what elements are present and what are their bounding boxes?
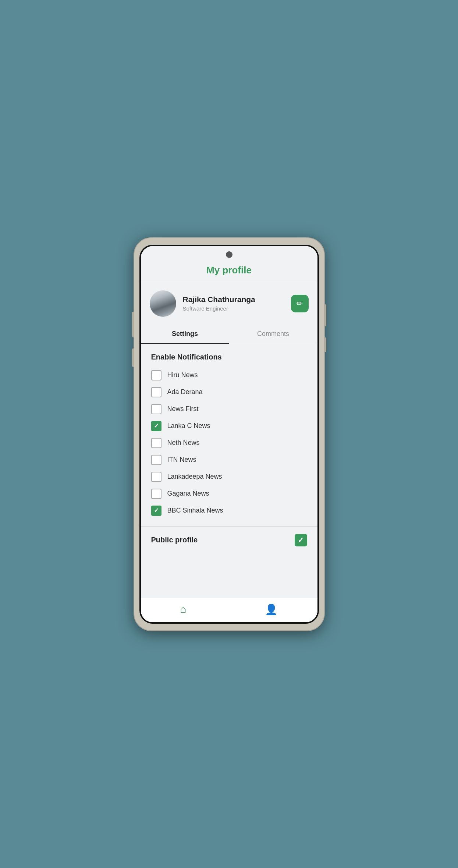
checkbox-list: Hiru NewsAda DeranaNews First✓Lanka C Ne… bbox=[151, 367, 307, 523]
nav-home[interactable]: ⌂ bbox=[180, 603, 187, 615]
checkbox-box-neth bbox=[151, 438, 161, 448]
screen-inner: My profile Rajika Chathuranga Software E… bbox=[141, 246, 317, 622]
edit-icon: ✏ bbox=[297, 299, 303, 308]
avatar bbox=[150, 290, 176, 317]
camera-dot bbox=[226, 251, 232, 258]
checkbox-item-lanka_c[interactable]: ✓Lanka C News bbox=[151, 418, 307, 434]
profile-name: Rajika Chathuranga bbox=[183, 295, 284, 304]
nav-profile[interactable]: 👤 bbox=[265, 603, 278, 616]
checkbox-box-bbc: ✓ bbox=[151, 506, 161, 516]
bottom-nav: ⌂ 👤 bbox=[141, 598, 317, 622]
settings-section: Enable Notifications Hiru NewsAda Derana… bbox=[141, 344, 317, 526]
checkbox-label-lankadeepa: Lankadeepa News bbox=[167, 473, 222, 481]
edit-button[interactable]: ✏ bbox=[291, 295, 309, 312]
checkbox-item-news_first[interactable]: News First bbox=[151, 401, 307, 417]
checkbox-check-bbc: ✓ bbox=[154, 507, 159, 514]
device-frame: My profile Rajika Chathuranga Software E… bbox=[134, 237, 325, 631]
checkbox-label-news_first: News First bbox=[167, 405, 199, 413]
checkbox-item-bbc[interactable]: ✓BBC Sinhala News bbox=[151, 503, 307, 519]
content-spacer bbox=[141, 554, 317, 598]
device-screen: My profile Rajika Chathuranga Software E… bbox=[139, 245, 319, 624]
avatar-image bbox=[150, 290, 176, 317]
checkbox-label-neth: Neth News bbox=[167, 439, 200, 447]
checkbox-label-bbc: BBC Sinhala News bbox=[167, 507, 223, 514]
tab-comments[interactable]: Comments bbox=[229, 325, 317, 344]
checkbox-label-gagana: Gagana News bbox=[167, 490, 209, 497]
profile-role: Software Engineer bbox=[183, 305, 284, 312]
checkbox-box-ada_derana bbox=[151, 387, 161, 397]
checkbox-item-neth[interactable]: Neth News bbox=[151, 435, 307, 451]
profile-section: Rajika Chathuranga Software Engineer ✏ bbox=[141, 282, 317, 325]
profile-info: Rajika Chathuranga Software Engineer bbox=[183, 295, 284, 312]
checkbox-item-hiru[interactable]: Hiru News bbox=[151, 367, 307, 383]
checkbox-box-lankadeepa bbox=[151, 472, 161, 482]
public-profile-checkbox[interactable]: ✓ bbox=[295, 534, 307, 546]
side-button-left2 bbox=[132, 348, 134, 367]
checkbox-item-ada_derana[interactable]: Ada Derana bbox=[151, 384, 307, 400]
checkbox-item-lankadeepa[interactable]: Lankadeepa News bbox=[151, 469, 307, 485]
checkbox-label-lanka_c: Lanka C News bbox=[167, 422, 210, 430]
public-profile-check-icon: ✓ bbox=[298, 536, 304, 545]
checkbox-label-hiru: Hiru News bbox=[167, 371, 198, 379]
tab-settings[interactable]: Settings bbox=[141, 325, 229, 344]
checkbox-label-itn: ITN News bbox=[167, 456, 196, 464]
notifications-title: Enable Notifications bbox=[151, 353, 307, 361]
checkbox-check-lanka_c: ✓ bbox=[154, 422, 159, 430]
home-icon: ⌂ bbox=[180, 603, 187, 615]
checkbox-item-itn[interactable]: ITN News bbox=[151, 452, 307, 468]
checkbox-box-gagana bbox=[151, 489, 161, 499]
side-button-right2 bbox=[324, 337, 326, 352]
checkbox-box-news_first bbox=[151, 404, 161, 414]
profile-icon: 👤 bbox=[265, 603, 278, 616]
side-button-left bbox=[132, 312, 134, 337]
page-title: My profile bbox=[141, 261, 317, 282]
camera-bar bbox=[141, 246, 317, 261]
side-button-right bbox=[324, 304, 326, 326]
checkbox-item-gagana[interactable]: Gagana News bbox=[151, 486, 307, 502]
checkbox-box-itn bbox=[151, 455, 161, 465]
checkbox-label-ada_derana: Ada Derana bbox=[167, 388, 203, 396]
public-profile-section: Public profile ✓ bbox=[141, 526, 317, 554]
checkbox-box-hiru bbox=[151, 370, 161, 380]
public-profile-label: Public profile bbox=[151, 536, 198, 544]
checkbox-box-lanka_c: ✓ bbox=[151, 421, 161, 431]
tabs-bar: Settings Comments bbox=[141, 325, 317, 344]
